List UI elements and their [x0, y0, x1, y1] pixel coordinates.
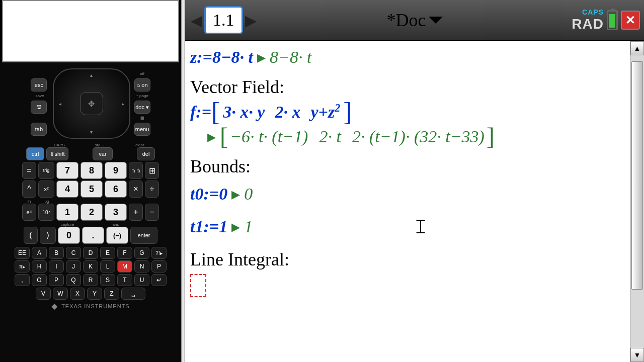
- scroll-down-button[interactable]: ▼: [630, 348, 644, 362]
- dpad-left[interactable]: ◂: [59, 101, 61, 107]
- key-1[interactable]: 1: [56, 204, 78, 221]
- doc-title-dropdown[interactable]: *Doc: [262, 10, 568, 31]
- f-definition-line[interactable]: f:= [ 3· x· y 2· x y+z2 ]: [190, 101, 625, 124]
- divide-key[interactable]: ÷: [145, 180, 159, 198]
- key-b[interactable]: B: [49, 247, 64, 259]
- key-v[interactable]: V: [36, 288, 51, 300]
- tab-current[interactable]: 1.1: [204, 6, 243, 34]
- ctrl-key[interactable]: ctrl: [26, 147, 44, 160]
- scroll-track[interactable]: [630, 55, 644, 348]
- key-return[interactable]: ↵: [151, 274, 167, 286]
- var-key[interactable]: var: [93, 147, 113, 160]
- dot-key[interactable]: .: [82, 227, 104, 244]
- label-sto: sto→: [92, 143, 108, 147]
- key-e[interactable]: E: [100, 247, 115, 259]
- scroll-up-button[interactable]: ▲: [630, 41, 644, 55]
- t1-line[interactable]: t1:=1 ▸ 1 𝙸: [190, 214, 625, 240]
- key-l[interactable]: L: [100, 260, 115, 273]
- undo-icon: undo-icon: [31, 71, 48, 76]
- key-q[interactable]: Q: [66, 274, 81, 286]
- resize-handle[interactable]: [181, 0, 185, 362]
- key-4[interactable]: 4: [56, 180, 78, 198]
- key-d[interactable]: D: [83, 247, 98, 259]
- ex-key[interactable]: eˣ: [22, 204, 36, 221]
- key-2[interactable]: 2: [80, 204, 103, 221]
- graph-key[interactable]: ⫛⫛: [129, 162, 143, 179]
- key-m[interactable]: M: [117, 260, 132, 273]
- key-n[interactable]: N: [134, 260, 149, 273]
- trig-key[interactable]: trig: [38, 162, 54, 179]
- key-r[interactable]: R: [83, 274, 98, 286]
- input-placeholder[interactable]: [190, 274, 625, 297]
- scroll-thumb[interactable]: [631, 61, 643, 290]
- vertical-scrollbar[interactable]: ▲ ▼: [630, 41, 644, 362]
- save-icon: 🖫: [36, 104, 42, 110]
- t0-line[interactable]: t0:=0 ▸ 0: [190, 183, 625, 205]
- z-definition-line[interactable]: z:=8−8· t ▸ 8−8· t: [190, 46, 625, 68]
- save-key[interactable]: 🖫: [31, 101, 47, 114]
- square-key[interactable]: x²: [38, 180, 54, 198]
- minus-key[interactable]: −: [145, 204, 159, 221]
- key-9[interactable]: 9: [105, 162, 127, 179]
- multiply-key[interactable]: ×: [129, 180, 143, 198]
- key-pi[interactable]: π▸: [15, 260, 30, 273]
- key-p-flag[interactable]: P: [151, 260, 167, 273]
- key-i[interactable]: I: [49, 260, 64, 273]
- rparen-key[interactable]: ): [40, 227, 56, 244]
- menu-key[interactable]: menu: [134, 123, 150, 136]
- key-3[interactable]: 3: [105, 204, 127, 221]
- document-content[interactable]: z:=8−8· t ▸ 8−8· t Vector Field: f:= [ 3…: [185, 41, 630, 362]
- tab-key[interactable]: tab: [31, 123, 47, 136]
- key-p[interactable]: P: [49, 274, 64, 286]
- key-h[interactable]: H: [32, 260, 47, 273]
- close-button[interactable]: ✕: [621, 11, 640, 30]
- dpad-center[interactable]: ✥: [80, 92, 103, 115]
- esc-key[interactable]: esc: [31, 78, 47, 92]
- power-key[interactable]: ^: [22, 180, 36, 198]
- key-c[interactable]: C: [66, 247, 81, 259]
- table-key[interactable]: ⊞: [145, 162, 159, 179]
- next-tab-button[interactable]: ▶: [244, 8, 258, 32]
- key-a[interactable]: A: [32, 247, 47, 259]
- math-input-box[interactable]: [190, 274, 206, 297]
- key-g[interactable]: G: [134, 247, 149, 259]
- dpad-right[interactable]: ▸: [122, 101, 124, 107]
- key-w[interactable]: W: [53, 288, 68, 300]
- key-flag[interactable]: ?!▸: [151, 247, 167, 259]
- neg-key[interactable]: (−): [106, 227, 128, 244]
- key-f[interactable]: F: [117, 247, 132, 259]
- key-5[interactable]: 5: [80, 180, 103, 198]
- key-t[interactable]: T: [117, 274, 132, 286]
- dpad-up[interactable]: ▴: [90, 72, 93, 78]
- lparen-key[interactable]: (: [24, 227, 38, 244]
- key-comma[interactable]: ,: [15, 274, 30, 286]
- home-on-key[interactable]: ⌂ on: [134, 78, 150, 92]
- key-s[interactable]: S: [100, 274, 115, 286]
- label-page: + page: [134, 94, 150, 99]
- line-integral-label: Line Integral:: [190, 248, 289, 272]
- key-y[interactable]: Y: [87, 288, 102, 300]
- key-0[interactable]: 0: [58, 227, 80, 244]
- key-x[interactable]: X: [70, 288, 85, 300]
- prev-tab-button[interactable]: ◀: [189, 8, 203, 32]
- dpad[interactable]: ▴ ▾ ◂ ▸ ✥: [53, 68, 130, 139]
- key-6[interactable]: 6: [105, 180, 127, 198]
- key-o[interactable]: O: [32, 274, 47, 286]
- plus-key[interactable]: +: [129, 204, 143, 221]
- battery-icon: [607, 10, 618, 30]
- enter-key[interactable]: enter: [130, 227, 157, 244]
- del-key[interactable]: del: [137, 147, 155, 160]
- key-z[interactable]: Z: [104, 288, 119, 300]
- key-ee[interactable]: EE: [15, 247, 30, 259]
- key-k[interactable]: K: [83, 260, 98, 273]
- doc-key[interactable]: doc ▾: [134, 101, 150, 114]
- shift-key[interactable]: ⇧shift: [46, 147, 68, 160]
- key-8[interactable]: 8: [80, 162, 103, 179]
- key-7[interactable]: 7: [56, 162, 78, 179]
- key-j[interactable]: J: [66, 260, 81, 273]
- equals-key[interactable]: =: [22, 162, 36, 179]
- dpad-down[interactable]: ▾: [90, 129, 93, 135]
- tenx-key[interactable]: 10ˣ: [38, 204, 54, 221]
- key-u[interactable]: U: [134, 274, 149, 286]
- key-space[interactable]: ␣: [121, 288, 145, 300]
